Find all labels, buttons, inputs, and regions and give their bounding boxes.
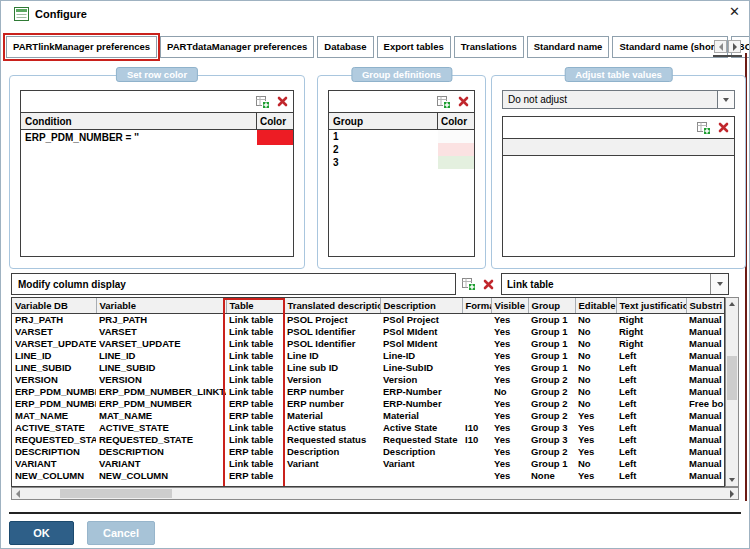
tab-label: Translations [461,41,517,52]
add-column-icon[interactable] [462,277,476,291]
cell: I10 [462,434,491,446]
column-header-editable[interactable]: Editable [575,298,616,314]
table-row-varset[interactable]: VARSETVARSETLink tablePSOL IdentifierPSo… [12,326,724,338]
delete-group-icon[interactable] [458,96,469,107]
dropdown-arrow-icon[interactable] [717,91,734,108]
tab-standard-name-short[interactable]: Standard name (short) [612,36,727,58]
cell: MAT_NAME [12,410,96,422]
tab-scroll-left-icon[interactable] [714,40,727,53]
horizontal-scroll-thumb[interactable] [60,489,172,498]
vertical-scroll-thumb[interactable] [727,356,737,400]
scroll-left-icon[interactable] [12,488,24,499]
delete-row-icon[interactable] [277,96,288,107]
cell: Group 2 [528,410,575,422]
table-row-requested-state[interactable]: REQUESTED_STATEREQUESTED_STATELink table… [12,434,724,446]
cell: Group 1 [528,362,575,374]
table-filter-dropdown[interactable]: Link table [501,273,729,295]
modify-column-display-label-box: Modify column display [11,273,456,295]
delete-column-icon[interactable] [483,279,494,290]
cell: Yes [491,458,528,470]
cell: No [575,362,616,374]
group-definitions-toolbar [329,91,474,113]
table-row-erp-pdm-number-linktable[interactable]: ERP_PDM_NUMBERERP_PDM_NUMBER_LINKTABLELi… [12,386,724,398]
condition-column-header[interactable]: Condition [21,113,257,129]
column-header-variable[interactable]: Variable [96,298,226,314]
cell: VARSET_UPDATE [96,338,226,350]
row-color-swatch[interactable] [257,130,293,145]
column-header-text-justification[interactable]: Text justification [616,298,686,314]
column-header-translated-description[interactable]: Translated description [284,298,380,314]
cell: I10 [462,422,491,434]
cell: LINE_SUBID [12,362,96,374]
cell: REQUESTED_STATE [12,434,96,446]
condition-row[interactable]: ERP_PDM_NUMBER = '' [21,130,293,145]
table-row-erp-pdm-number[interactable]: ERP_PDM_NUMBERERP_PDM_NUMBERERP tableERP… [12,398,724,410]
cell: NEW_COLUMN [96,470,226,482]
tab-partdatamanager-preferences[interactable]: PARTdataManager preferences [160,36,314,58]
group-color-swatch[interactable] [438,156,474,169]
add-value-icon[interactable] [697,121,711,135]
cell [462,398,491,410]
close-icon[interactable]: ✕ [729,5,740,19]
tab-scroll-right-icon[interactable] [728,40,741,53]
vertical-scrollbar[interactable] [725,297,739,487]
column-header-description[interactable]: Description [380,298,462,314]
tab-partlinkmanager-preferences[interactable]: PARTlinkManager preferences [6,36,157,58]
cell: Group 2 [528,374,575,386]
delete-value-icon[interactable] [718,122,729,133]
table-row-active-state[interactable]: ACTIVE_STATEACTIVE_STATELink tableActive… [12,422,724,434]
scroll-down-icon[interactable] [726,474,738,486]
table-row-line-subid[interactable]: LINE_SUBIDLINE_SUBIDLink tableLine sub I… [12,362,724,374]
group-column-header[interactable]: Group [329,113,438,129]
cell: Yes [491,398,528,410]
group-definitions-header: Group Color [329,113,474,130]
table-row-description[interactable]: DESCRIPTIONDESCRIPTIONERP tableDescripti… [12,446,724,458]
color-column-header[interactable]: Color [438,113,474,129]
add-row-icon[interactable] [256,95,270,109]
group-color-swatch[interactable] [438,130,474,143]
table-row-mat-name[interactable]: MAT_NAMEMAT_NAMEERP tableMaterialMateria… [12,410,724,422]
table-row-varset-update[interactable]: VARSET_UPDATEVARSET_UPDATELink tablePSOL… [12,338,724,350]
cell: PSOL Identifier [284,326,380,338]
condition-text: ERP_PDM_NUMBER = '' [21,130,257,145]
scroll-right-icon[interactable] [726,488,738,499]
cell: ERP table [226,446,284,458]
tab-database[interactable]: Database [317,36,373,58]
group-row[interactable]: 1 [329,130,474,143]
cell: Left [616,398,686,410]
horizontal-scrollbar[interactable] [11,487,739,500]
table-row-line-id[interactable]: LINE_IDLINE_IDLink tableLine IDLine-IDYe… [12,350,724,362]
tab-standard-name[interactable]: Standard name [527,36,610,58]
cell: None [528,470,575,482]
cell: ERP-Number [380,386,462,398]
group-row[interactable]: 2 [329,143,474,156]
tab-translations[interactable]: Translations [454,36,524,58]
window-title: Configure [35,8,87,20]
cell: Left [616,434,686,446]
group-row[interactable]: 3 [329,156,474,169]
cell: Manual [686,446,724,458]
scroll-up-icon[interactable] [726,298,738,310]
column-header-visible[interactable]: Visible [491,298,528,314]
column-header-group[interactable]: Group [528,298,575,314]
table-row-prj-path[interactable]: PRJ_PATHPRJ_PATHLink tablePSOL ProjectPS… [12,314,724,327]
group-color-swatch[interactable] [438,143,474,156]
adjust-mode-dropdown[interactable]: Do not adjust [502,90,735,109]
table-row-variant[interactable]: VARIANTVARIANTLink tableVariantVariantYe… [12,458,724,470]
dropdown-arrow-icon[interactable] [710,274,728,294]
column-header-table[interactable]: Table [226,298,284,314]
color-column-header[interactable]: Color [257,113,293,129]
add-group-icon[interactable] [437,95,451,109]
cell: ERP table [226,410,284,422]
tab-export-tables[interactable]: Export tables [377,36,451,58]
cancel-button[interactable]: Cancel [87,521,155,545]
column-header-format[interactable]: Format [462,298,491,314]
table-row-version[interactable]: VERSIONVERSIONLink tableVersionVersionYe… [12,374,724,386]
column-header-substri[interactable]: Substri [686,298,724,314]
cell: NEW_COLUMN [12,470,96,482]
column-header-variable-db[interactable]: Variable DB [12,298,96,314]
table-row-new-column[interactable]: NEW_COLUMNNEW_COLUMNERP tableYesNoneYesL… [12,470,724,482]
adjust-values-table [502,116,735,257]
set-row-color-title: Set row color [116,67,198,82]
ok-button[interactable]: OK [9,521,74,545]
